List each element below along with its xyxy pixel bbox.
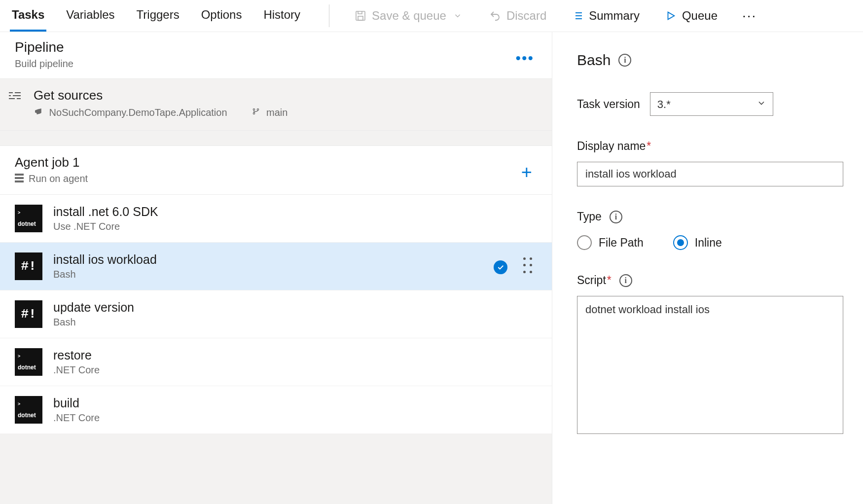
- bash-task-icon: #!: [15, 300, 42, 328]
- tab-label: Options: [201, 8, 242, 22]
- step-titles: update versionBash: [53, 300, 134, 328]
- step-row[interactable]: #!update versionBash: [0, 290, 552, 338]
- button-label: Discard: [506, 9, 546, 23]
- radio-icon: [673, 235, 688, 250]
- repo-label: NoSuchCompany.DemoTape.Application: [34, 107, 227, 118]
- step-name: build: [53, 396, 100, 410]
- task-details-panel: Bash i Task version 3.* Display name*: [552, 32, 863, 504]
- agent-icon: [15, 174, 24, 184]
- queue-button[interactable]: Queue: [661, 7, 720, 25]
- discard-button[interactable]: Discard: [486, 7, 549, 25]
- add-step-button[interactable]: +: [521, 162, 532, 183]
- toolbar-divider: [329, 4, 329, 27]
- drag-handle-icon[interactable]: [523, 257, 534, 275]
- dotnet-task-icon: >dotnet: [15, 205, 42, 232]
- tab-label: Variables: [66, 8, 114, 22]
- step-task-type: .NET Core: [53, 412, 100, 424]
- job-title: Agent job 1: [15, 155, 537, 170]
- svg-rect-0: [356, 11, 365, 20]
- step-name: update version: [53, 300, 134, 315]
- step-task-type: Bash: [53, 317, 134, 328]
- pipeline-title: Pipeline: [15, 39, 537, 55]
- step-task-type: .NET Core: [53, 364, 100, 376]
- svg-point-16: [253, 112, 254, 114]
- pipeline-subtitle: Build pipeline: [15, 58, 537, 70]
- top-toolbar: Tasks Variables Triggers Options History…: [0, 0, 863, 32]
- dotnet-task-icon: >dotnet: [15, 348, 42, 376]
- step-task-type: Bash: [53, 269, 157, 280]
- tab-options[interactable]: Options: [199, 0, 244, 32]
- info-icon[interactable]: i: [618, 54, 631, 67]
- step-row[interactable]: >dotnetrestore.NET Core: [0, 338, 552, 386]
- step-name: install ios workload: [53, 252, 157, 267]
- dotnet-task-icon: >dotnet: [15, 396, 42, 424]
- svg-marker-8: [668, 12, 674, 20]
- play-icon: [664, 9, 677, 22]
- button-label: Summary: [589, 9, 640, 23]
- step-titles: restore.NET Core: [53, 348, 100, 376]
- pipeline-panel: Pipeline Build pipeline ••• Get sources: [0, 32, 552, 504]
- branch-icon: [252, 107, 263, 118]
- step-titles: install .net 6.0 SDKUse .NET Core: [53, 205, 158, 232]
- task-version-label: Task version: [577, 98, 640, 111]
- step-titles: build.NET Core: [53, 396, 100, 424]
- tab-strip: Tasks Variables Triggers Options History: [10, 0, 302, 32]
- tab-history[interactable]: History: [261, 0, 302, 32]
- save-and-queue-button[interactable]: Save & queue: [351, 7, 467, 25]
- list-icon: [571, 9, 584, 22]
- summary-button[interactable]: Summary: [568, 7, 643, 25]
- display-name-input[interactable]: [577, 162, 843, 186]
- radio-label: File Path: [599, 236, 644, 250]
- radio-icon: [577, 235, 592, 250]
- task-heading: Bash: [577, 52, 611, 69]
- pipeline-more-icon[interactable]: •••: [515, 50, 534, 67]
- svg-point-15: [253, 108, 254, 110]
- button-label: Queue: [682, 9, 718, 23]
- step-name: restore: [53, 348, 100, 362]
- svg-point-17: [257, 108, 258, 110]
- azure-devops-icon: [34, 107, 45, 118]
- steps-list: >dotnetinstall .net 6.0 SDKUse .NET Core…: [0, 195, 552, 433]
- get-sources-body: Get sources NoSuchCompany.DemoTape.Appli…: [34, 88, 288, 118]
- tab-label: Triggers: [137, 8, 180, 22]
- tab-label: History: [263, 8, 300, 22]
- step-name: install .net 6.0 SDK: [53, 205, 158, 219]
- get-sources-icon: [5, 88, 25, 101]
- script-textarea[interactable]: dotnet workload install ios: [577, 296, 843, 434]
- more-actions-button[interactable]: ···: [739, 7, 759, 25]
- bash-task-icon: #!: [15, 252, 42, 280]
- step-row[interactable]: #!install ios workloadBash: [0, 243, 552, 290]
- type-label: Type: [577, 210, 602, 223]
- tab-label: Tasks: [12, 8, 44, 22]
- info-icon[interactable]: i: [610, 211, 622, 223]
- radio-label: Inline: [695, 236, 722, 250]
- valid-check-icon: [494, 260, 507, 274]
- agent-job-header[interactable]: Agent job 1 Run on agent +: [0, 145, 552, 195]
- step-task-type: Use .NET Core: [53, 221, 158, 232]
- chevron-down-icon: [451, 9, 464, 22]
- type-radio-file-path[interactable]: File Path: [577, 235, 644, 250]
- step-titles: install ios workloadBash: [53, 252, 157, 280]
- button-label: Save & queue: [372, 9, 446, 23]
- step-row[interactable]: >dotnetinstall .net 6.0 SDKUse .NET Core: [0, 195, 552, 243]
- undo-icon: [489, 9, 502, 22]
- task-version-select[interactable]: 3.*: [650, 92, 773, 116]
- branch-label: main: [252, 107, 288, 118]
- repo-name: NoSuchCompany.DemoTape.Application: [49, 107, 227, 118]
- tab-triggers[interactable]: Triggers: [135, 0, 181, 32]
- branch-name: main: [266, 107, 288, 118]
- job-subtitle: Run on agent: [29, 173, 88, 184]
- svg-rect-1: [358, 16, 363, 20]
- info-icon[interactable]: i: [619, 274, 632, 287]
- get-sources-row[interactable]: Get sources NoSuchCompany.DemoTape.Appli…: [0, 79, 552, 131]
- save-icon: [354, 9, 367, 22]
- tab-variables[interactable]: Variables: [64, 0, 116, 32]
- tab-tasks[interactable]: Tasks: [10, 0, 46, 32]
- step-row[interactable]: >dotnetbuild.NET Core: [0, 386, 552, 433]
- pipeline-header[interactable]: Pipeline Build pipeline •••: [0, 32, 552, 79]
- script-label: Script*: [577, 274, 611, 287]
- display-name-label: Display name*: [577, 140, 651, 153]
- main-split: Pipeline Build pipeline ••• Get sources: [0, 32, 863, 504]
- get-sources-title: Get sources: [34, 88, 288, 103]
- type-radio-inline[interactable]: Inline: [673, 235, 722, 250]
